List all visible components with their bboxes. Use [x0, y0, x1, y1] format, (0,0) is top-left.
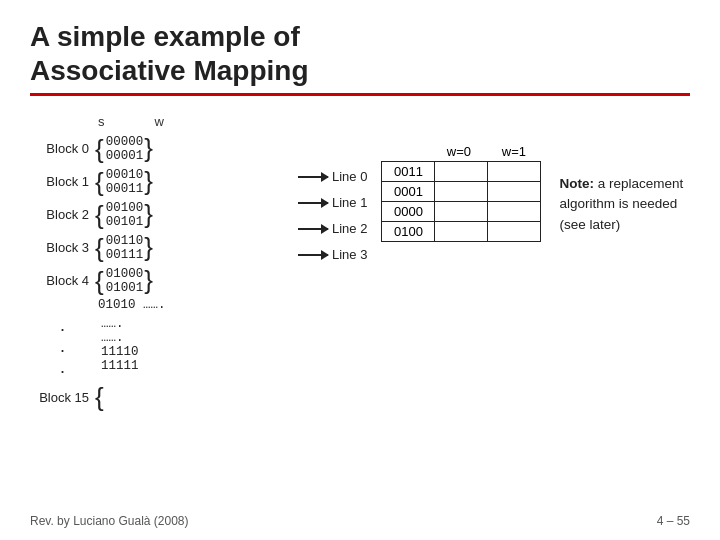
cache-row-3: 0100 [382, 222, 541, 242]
note-section: Note: a replacementalgorithm is needed(s… [559, 174, 683, 412]
cache-row-0: 0011 [382, 162, 541, 182]
addr-group-0: 00000 00001 [106, 135, 144, 163]
brace-0: { [95, 136, 104, 162]
arrow-line1: Line 1 [298, 195, 367, 210]
line-label-2: Line 2 [332, 221, 367, 236]
slide: A simple example of Associative Mapping … [0, 0, 720, 540]
line-label-0: Line 0 [332, 169, 367, 184]
cache-tag-1: 0001 [382, 182, 435, 202]
cache-w0-0 [435, 162, 488, 182]
addr-group-2: 00100 00101 [106, 201, 144, 229]
block-label-0: Block 0 [30, 141, 95, 156]
addr-group-1: 00010 00011 [106, 168, 144, 196]
block-label-4: Block 4 [30, 273, 95, 288]
dots-line-4: 11111 [101, 359, 139, 373]
title-underline [30, 93, 690, 96]
dots-line-2: ……. [101, 331, 139, 345]
addr-3-0: 00110 [106, 234, 144, 248]
s-label: s [98, 114, 105, 129]
addr-1-1: 00011 [106, 182, 144, 196]
addr-group-3: 00110 00111 [106, 234, 144, 262]
cache-w0-2 [435, 202, 488, 222]
sw-header: s w [98, 114, 290, 129]
also-addr: 01010 ……. [98, 298, 290, 312]
cache-w1-3 [488, 222, 541, 242]
addr-0-0: 00000 [106, 135, 144, 149]
content-area: s w Block 0 { 00000 00001 } Block 1 { 00… [30, 114, 690, 412]
block-label-3: Block 3 [30, 240, 95, 255]
rbrace-3: } [144, 232, 153, 263]
w-label: w [155, 114, 164, 129]
note-keyword: Note: [559, 176, 594, 191]
vertical-dot-1: · [60, 319, 65, 340]
brace-15: { [95, 384, 104, 410]
cache-w0-1 [435, 182, 488, 202]
cache-w1-1 [488, 182, 541, 202]
block-label-15: Block 15 [30, 390, 95, 405]
brace-3: { [95, 235, 104, 261]
addr-1-0: 00010 [106, 168, 144, 182]
addr-group-4: 01000 01001 [106, 267, 144, 295]
block-row-15: Block 15 { [30, 384, 290, 410]
arrow-icon-2 [298, 228, 328, 230]
rbrace-0: } [144, 133, 153, 164]
cache-tag-0: 0011 [382, 162, 435, 182]
arrow-icon-0 [298, 176, 328, 178]
block-row-4: Block 4 { 01000 01001 } [30, 265, 290, 296]
brace-4: { [95, 268, 104, 294]
addr-2-1: 00101 [106, 215, 144, 229]
block-label-2: Block 2 [30, 207, 95, 222]
addr-2-0: 00100 [106, 201, 144, 215]
cache-header-w0: w=0 [431, 144, 486, 159]
arrows-section: Line 0 Line 1 Line 2 Line 3 [298, 169, 367, 412]
brace-1: { [95, 169, 104, 195]
block-row-0: Block 0 { 00000 00001 } [30, 133, 290, 164]
block-label-1: Block 1 [30, 174, 95, 189]
rbrace-1: } [144, 166, 153, 197]
vertical-dot-2: · [60, 340, 65, 361]
rbrace-2: } [144, 199, 153, 230]
arrow-line2: Line 2 [298, 221, 367, 236]
dots-line-1: ……. [101, 317, 139, 331]
cache-tag-3: 0100 [382, 222, 435, 242]
addr-3-1: 00111 [106, 248, 144, 262]
cache-header-w1: w=1 [486, 144, 541, 159]
cache-section: w=0 w=1 0011 0001 0000 [381, 144, 541, 412]
block-row-3: Block 3 { 00110 00111 } [30, 232, 290, 263]
cache-w1-2 [488, 202, 541, 222]
cache-w1-0 [488, 162, 541, 182]
addr-4-0: 01000 [106, 267, 144, 281]
footer: Rev. by Luciano Gualà (2008) 4 – 55 [30, 514, 690, 528]
left-section: s w Block 0 { 00000 00001 } Block 1 { 00… [30, 114, 290, 412]
line-label-1: Line 1 [332, 195, 367, 210]
attribution: Rev. by Luciano Gualà (2008) [30, 514, 189, 528]
rbrace-4: } [144, 265, 153, 296]
cache-table: 0011 0001 0000 0100 [381, 161, 541, 242]
block-row-2: Block 2 { 00100 00101 } [30, 199, 290, 230]
vertical-dot-3: · [60, 361, 65, 382]
arrow-line0: Line 0 [298, 169, 367, 184]
addr-0-1: 00001 [106, 149, 144, 163]
cache-col-headers: w=0 w=1 [431, 144, 541, 159]
lines-arrows: Line 0 Line 1 Line 2 Line 3 [298, 169, 367, 266]
line-label-3: Line 3 [332, 247, 367, 262]
dots-line-3: 11110 [101, 345, 139, 359]
cache-tag-2: 0000 [382, 202, 435, 222]
block-row-1: Block 1 { 00010 00011 } [30, 166, 290, 197]
slide-title: A simple example of Associative Mapping [30, 20, 690, 87]
arrow-line3: Line 3 [298, 247, 367, 262]
cache-row-2: 0000 [382, 202, 541, 222]
addr-4-1: 01001 [106, 281, 144, 295]
arrow-icon-1 [298, 202, 328, 204]
page-number: 4 – 55 [657, 514, 690, 528]
arrow-icon-3 [298, 254, 328, 256]
brace-2: { [95, 202, 104, 228]
cache-w0-3 [435, 222, 488, 242]
cache-row-1: 0001 [382, 182, 541, 202]
